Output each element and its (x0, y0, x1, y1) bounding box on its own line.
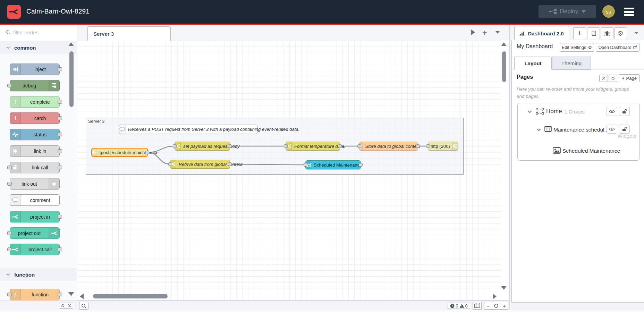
inject-icon (10, 64, 21, 75)
chevron-down-icon (6, 47, 10, 49)
function-node-store-data[interactable]: ƒ Store data to global context (359, 142, 418, 151)
ui-table-node[interactable]: Scheduled Maintenance (305, 160, 361, 169)
palette-node-inject[interactable]: inject (10, 64, 60, 75)
page-lock-button[interactable] (619, 107, 630, 116)
zoom-out-button[interactable]: − (484, 302, 492, 310)
chevron-down-icon[interactable] (537, 128, 541, 131)
flow-canvas[interactable]: Server 3 Receives a POST request from Se… (77, 40, 511, 300)
change-node-format-temperature[interactable]: Format temperature data. (286, 142, 340, 151)
map-icon (474, 303, 480, 308)
input-port[interactable] (173, 144, 177, 148)
palette-scroll-up-icon[interactable] (68, 42, 74, 46)
palette-node-status[interactable]: status (10, 129, 60, 140)
collapse-pages-button[interactable] (599, 75, 608, 82)
exclamation-icon: ! (10, 113, 21, 124)
info-sidebar-button[interactable]: i (573, 27, 586, 39)
sidebar-footer (511, 302, 644, 310)
output-port[interactable] (228, 144, 232, 148)
palette-category-function[interactable]: function (0, 268, 77, 281)
palette-node-project-in[interactable]: project in (10, 211, 60, 222)
tab-scroll-right-icon[interactable] (471, 29, 475, 35)
http-response-node[interactable]: http (200) (428, 142, 458, 151)
palette-node-link-in[interactable]: link in (10, 145, 60, 157)
link-arrow-icon (49, 178, 59, 189)
output-port[interactable] (338, 144, 342, 148)
deploy-button[interactable]: Deploy (539, 5, 596, 18)
expand-pages-button[interactable] (609, 75, 617, 82)
palette-scrollbar-thumb[interactable] (69, 51, 74, 107)
page-visibility-button[interactable] (607, 107, 617, 116)
sidebar-menu-dropdown-icon[interactable] (634, 32, 638, 34)
palette-filter-input[interactable] (13, 29, 65, 35)
speech-bubble-icon (10, 195, 21, 205)
pages-heading: Pages (517, 74, 533, 80)
settings-sidebar-button[interactable]: ⚙ (614, 27, 627, 39)
open-dashboard-button[interactable]: Open Dashboard (596, 43, 639, 52)
group-label: Server 3 (88, 119, 104, 124)
input-port[interactable] (426, 144, 430, 148)
eye-icon (609, 109, 615, 113)
tree-page-label[interactable]: Home (546, 108, 562, 115)
collapse-all-button[interactable] (59, 303, 66, 309)
group-lock-button[interactable] (619, 125, 630, 134)
palette-scroll-down-icon[interactable] (68, 292, 74, 296)
canvas-hscrollbar-thumb[interactable] (93, 294, 168, 298)
zoom-reset-button[interactable] (492, 302, 500, 310)
palette-node-project-call[interactable]: project call (10, 244, 60, 255)
tab-layout[interactable]: Layout (514, 57, 552, 70)
canvas-search-button[interactable] (79, 302, 88, 310)
bar-chart-icon (519, 31, 525, 36)
palette-node-catch[interactable]: ! catch (10, 112, 60, 124)
add-flow-button[interactable]: + (482, 28, 487, 38)
palette-node-link-out[interactable]: link out (10, 178, 60, 189)
canvas-scroll-up-icon[interactable] (501, 42, 507, 46)
navigator-button[interactable] (473, 302, 482, 310)
palette-category-common[interactable]: common (0, 41, 77, 54)
canvas-vscrollbar-thumb[interactable] (502, 51, 506, 82)
palette-node-project-out[interactable]: project out (10, 227, 60, 239)
debug-sidebar-button[interactable] (601, 27, 613, 39)
user-avatar[interactable]: su (602, 5, 615, 18)
palette-node-debug[interactable]: debug (10, 80, 60, 91)
expand-all-button[interactable] (66, 303, 73, 309)
tree-group-label[interactable]: Maintenance schedul... (553, 127, 609, 133)
canvas-scroll-left-icon[interactable] (80, 294, 84, 299)
deploy-icon (549, 9, 557, 14)
tab-dashboard-2[interactable]: Dashboard 2.0 (514, 26, 569, 40)
palette-node-complete[interactable]: ! complete (10, 96, 60, 108)
input-port[interactable] (357, 144, 361, 148)
main-menu-button[interactable] (624, 8, 634, 16)
output-port[interactable] (228, 162, 232, 166)
output-port[interactable] (416, 144, 420, 148)
unlock-icon (622, 127, 627, 132)
palette-node-function[interactable]: ƒ function (10, 289, 60, 300)
notification-badges[interactable]: 0 0 (448, 303, 470, 309)
deploy-dropdown-icon[interactable] (582, 10, 586, 13)
zoom-in-button[interactable]: + (500, 302, 508, 310)
search-icon (6, 30, 10, 35)
change-node-retrieve-data[interactable]: Retrive data from global context (170, 160, 230, 169)
comment-node[interactable]: Receives a POST request from Server 2 wi… (119, 125, 258, 134)
input-port[interactable] (304, 163, 307, 167)
tree-widget-label[interactable]: Scheduled Maintenance (562, 148, 620, 154)
input-port[interactable] (284, 144, 288, 148)
palette-node-link-call[interactable]: link call (10, 162, 60, 173)
chevron-down-icon[interactable] (528, 110, 532, 113)
group-visibility-button[interactable] (607, 125, 617, 134)
tab-theming[interactable]: Theming (552, 57, 591, 70)
change-node-set-payload[interactable]: set payload as request body (175, 142, 230, 151)
canvas-scroll-down-icon[interactable] (501, 286, 507, 290)
input-port[interactable] (168, 162, 172, 166)
error-count: 0 (456, 303, 458, 309)
output-port[interactable] (145, 151, 149, 154)
palette-node-comment[interactable]: comment (10, 194, 60, 206)
page-icon (536, 108, 544, 115)
canvas-scroll-right-icon[interactable] (493, 294, 497, 299)
output-port[interactable] (359, 163, 363, 167)
http-in-node[interactable]: [post] /schedule-maintenance (91, 148, 148, 157)
edit-settings-button[interactable]: Edit Settings ⚙ (560, 43, 594, 52)
help-sidebar-button[interactable] (587, 27, 600, 39)
flow-tab-server3[interactable]: Server 3 (87, 26, 171, 41)
add-page-button[interactable]: + Page (619, 74, 640, 82)
flow-list-dropdown-icon[interactable] (495, 31, 500, 34)
